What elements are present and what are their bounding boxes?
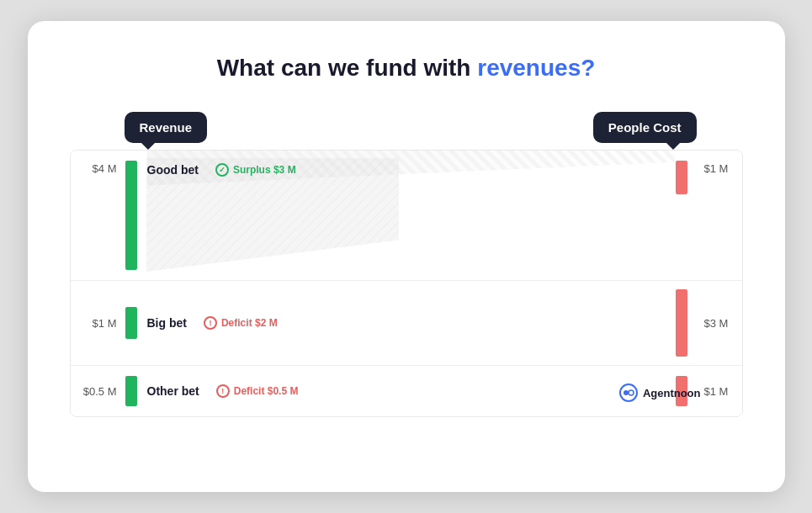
title-prefix: What can we fund with [217, 55, 478, 81]
main-card: What can we fund with revenues? Revenue … [28, 21, 785, 492]
right-value-big: $3 M [696, 317, 742, 330]
right-value-good: $1 M [696, 151, 742, 175]
header-labels: Revenue People Cost [70, 112, 743, 143]
surplus-icon: ✓ [215, 163, 229, 177]
brand-icon [619, 383, 638, 402]
brand-badge: Agentnoon [619, 383, 701, 402]
left-value-big: $1 M [71, 317, 125, 330]
page-title: What can we fund with revenues? [70, 55, 743, 82]
row-name-other: Other bet [147, 384, 199, 398]
table-row: $4 M Good bet ✓ Surplus $3 M [71, 151, 742, 281]
row-name-big: Big bet [147, 316, 187, 330]
table-row: $1 M Big bet ! Deficit $2 M $3 M [71, 281, 742, 366]
rows-wrapper: $4 M Good bet ✓ Surplus $3 M [70, 150, 743, 417]
brand-name: Agentnoon [643, 387, 701, 399]
badge-big: ! Deficit $2 M [195, 314, 286, 332]
right-value-other: $1 M [696, 385, 742, 398]
deficit-icon-other: ! [216, 384, 230, 398]
badge-good: ✓ Surplus $3 M [207, 161, 305, 179]
badge-other: ! Deficit $0.5 M [208, 382, 307, 400]
revenue-label-bubble: Revenue [125, 112, 208, 143]
people-cost-label-text: People Cost [608, 120, 682, 135]
left-value-other: $0.5 M [71, 385, 125, 398]
badge-text-big: Deficit $2 M [221, 317, 278, 329]
badge-text-good: Surplus $3 M [233, 164, 296, 176]
svg-point-2 [629, 390, 634, 395]
rows-container: $4 M Good bet ✓ Surplus $3 M [70, 150, 743, 417]
deficit-icon-big: ! [204, 316, 217, 330]
title-highlight: revenues? [477, 55, 595, 81]
left-value-good: $4 M [71, 151, 125, 175]
revenue-label-text: Revenue [140, 120, 193, 135]
badge-text-other: Deficit $0.5 M [234, 385, 299, 397]
svg-point-1 [624, 390, 629, 395]
chart-area: Revenue People Cost [70, 112, 743, 417]
row-name-good: Good bet [147, 163, 199, 177]
people-cost-label-bubble: People Cost [593, 112, 697, 143]
